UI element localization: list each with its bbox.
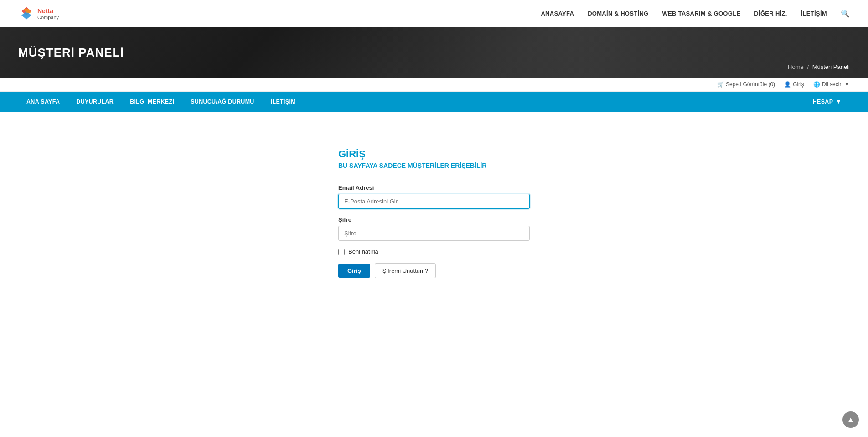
panel-nav-bilgi[interactable]: BİLGİ MERKEZİ — [122, 92, 182, 112]
breadcrumb-current: Müşteri Paneli — [812, 63, 850, 70]
user-icon: 👤 — [784, 81, 791, 88]
email-input[interactable] — [338, 194, 530, 209]
login-label: Giriş — [793, 81, 804, 88]
hesap-label: HESAP — [813, 99, 833, 105]
hero-title: MÜŞTERİ PANELİ — [18, 46, 124, 60]
cart-label: Sepeti Görüntüle (0) — [726, 81, 775, 88]
globe-icon: 🌐 — [813, 81, 820, 88]
password-label: Şifre — [338, 216, 530, 223]
main-nav-links: ANASAYFA DOMAİN & HOSTİNG WEB TASARIM & … — [541, 9, 850, 18]
form-subtitle: BU SAYFAYA SADECE MÜŞTERİLER ERİŞEBİLİR — [338, 162, 530, 175]
top-navigation: Netta Company ANASAYFA DOMAİN & HOSTİNG … — [0, 0, 868, 27]
login-link[interactable]: 👤 Giriş — [784, 81, 804, 88]
logo[interactable]: Netta Company — [18, 5, 59, 22]
password-group: Şifre — [338, 216, 530, 241]
email-label: Email Adresi — [338, 184, 530, 191]
chevron-down-icon: ▼ — [844, 81, 850, 88]
language-selector[interactable]: 🌐 Dil seçin ▼ — [813, 81, 850, 88]
breadcrumb-separator: / — [807, 63, 810, 70]
logo-name: Netta — [37, 7, 59, 15]
panel-nav-home[interactable]: ANA SAYFA — [18, 92, 68, 112]
remember-label[interactable]: Beni hatırla — [348, 248, 378, 255]
logo-subname: Company — [37, 15, 59, 20]
nav-domain-hosting[interactable]: DOMAİN & HOSTİNG — [588, 10, 648, 17]
blue-nav-right: HESAP ▼ — [805, 92, 850, 112]
logo-icon — [18, 5, 35, 22]
search-icon[interactable]: 🔍 — [841, 9, 850, 18]
hesap-link[interactable]: HESAP ▼ — [805, 92, 850, 112]
panel-nav-sunucu[interactable]: SUNUCU/AĞ DURUMU — [182, 92, 263, 112]
panel-nav-duyurular[interactable]: DUYURULAR — [68, 92, 122, 112]
breadcrumb-home[interactable]: Home — [788, 63, 804, 70]
remember-me-group: Beni hatırla — [338, 248, 530, 255]
main-content: GİRİŞ BU SAYFAYA SADECE MÜŞTERİLER ERİŞE… — [0, 139, 868, 315]
remember-checkbox[interactable] — [338, 249, 345, 255]
cart-link[interactable]: 🛒 Sepeti Görüntüle (0) — [717, 81, 775, 88]
nav-anasayfa[interactable]: ANASAYFA — [541, 10, 574, 17]
breadcrumb: Home / Müşteri Paneli — [788, 63, 850, 70]
forgot-password-button[interactable]: Şifremi Unuttum? — [375, 263, 436, 278]
logo-text-block: Netta Company — [37, 7, 59, 20]
blue-nav-links: ANA SAYFA DUYURULAR BİLGİ MERKEZİ SUNUCU… — [18, 92, 805, 112]
login-form-container: GİRİŞ BU SAYFAYA SADECE MÜŞTERİLER ERİŞE… — [338, 148, 530, 278]
hero-banner: MÜŞTERİ PANELİ Home / Müşteri Paneli — [0, 27, 868, 78]
cart-icon: 🛒 — [717, 81, 724, 88]
nav-iletisim[interactable]: İLETİŞİM — [801, 10, 827, 17]
spacer — [0, 112, 868, 139]
panel-nav-iletisim[interactable]: İLETİŞİM — [263, 92, 304, 112]
form-actions: Giriş Şifremi Unuttum? — [338, 263, 530, 278]
nav-diger-hiz[interactable]: DİĞER HİZ. — [754, 10, 787, 17]
language-label: Dil seçin — [822, 81, 842, 88]
nav-web-tasarim[interactable]: WEB TASARIM & GOOGLE — [662, 10, 740, 17]
form-title: GİRİŞ — [338, 148, 530, 160]
email-group: Email Adresi — [338, 184, 530, 209]
blue-nav-bar: ANA SAYFA DUYURULAR BİLGİ MERKEZİ SUNUCU… — [0, 92, 868, 112]
submit-button[interactable]: Giriş — [338, 264, 370, 278]
panel-top-bar: 🛒 Sepeti Görüntüle (0) 👤 Giriş 🌐 Dil seç… — [0, 78, 868, 92]
hesap-chevron-icon: ▼ — [836, 99, 842, 105]
password-input[interactable] — [338, 226, 530, 241]
